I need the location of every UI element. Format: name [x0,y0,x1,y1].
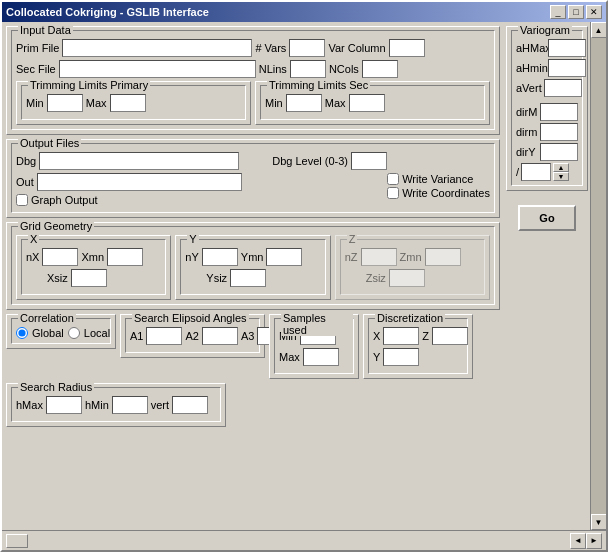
zsiz-label: Zsiz [366,272,386,284]
dirm-label: dirM [516,106,538,118]
diry-label: dirY [516,146,538,158]
a2-label: A2 [185,330,198,342]
prim-file-input[interactable] [62,39,252,57]
local-radio[interactable] [68,327,80,339]
ncols-input[interactable] [362,60,398,78]
bottom-row: Correlation Global Local Search Elipsoid… [6,314,500,379]
ahmin-label: aHmin [516,62,546,74]
samples-max-input[interactable] [303,348,339,366]
go-button[interactable]: Go [518,205,576,231]
trim-primary-inner: Trimming Limits Primary Min Max [21,85,246,120]
prim-file-row: Prim File # Vars Var Column [16,39,490,57]
zsiz-input[interactable] [389,269,425,287]
scroll-up-button[interactable]: ▲ [591,22,607,38]
ahmax-input[interactable] [548,39,586,57]
dbg-level-input[interactable] [351,152,387,170]
graph-output-row: Graph Output [16,194,353,206]
y-axis-group: Y nY Ymn Ysiz [175,235,330,300]
ymn-input[interactable] [266,248,302,266]
search-radius-section: Search Radius hMax hMin vert [6,383,500,427]
ny-input[interactable] [202,248,238,266]
vert-input[interactable] [172,396,208,414]
discr-z-input[interactable] [432,327,468,345]
discretization-inner: Discretization X Z Y [368,318,468,374]
graph-output-checkbox[interactable] [16,194,28,206]
discr-y-input[interactable] [383,348,419,366]
zmn-input[interactable] [425,248,461,266]
dirm2-input[interactable] [540,123,578,141]
nlins-input[interactable] [290,60,326,78]
a2-input[interactable] [202,327,238,345]
nx-input[interactable] [42,248,78,266]
trimming-row: Trimming Limits Primary Min Max [16,81,490,125]
var-column-input[interactable] [389,39,425,57]
z-axis-label: Z [347,233,358,245]
write-variance-checkbox[interactable] [387,173,399,185]
global-radio[interactable] [16,327,28,339]
main-content-area: Input Data Prim File # Vars Var Column S… [2,22,504,530]
maximize-button[interactable]: □ [568,5,584,19]
search-radius-group: Search Radius hMax hMin vert [6,383,226,427]
grid-geometry-inner: Grid Geometry X nX Xmn [11,226,495,305]
spinner-control: ▲ ▼ [553,163,569,181]
trim-prim-min-input[interactable] [47,94,83,112]
dirm2-row: dirm [516,123,578,141]
out-row-container: Out Graph Output Write Variance [16,173,490,208]
ahmin-row: aHmin [516,59,578,77]
sec-file-input[interactable] [59,60,256,78]
avert-row: aVert [516,79,578,97]
go-container: Go [506,201,588,235]
spinner-up[interactable]: ▲ [553,163,569,172]
correlation-group: Correlation Global Local [6,314,116,349]
close-button[interactable]: ✕ [586,5,602,19]
ahmax-row: aHMax [516,39,578,57]
avert-input[interactable] [544,79,582,97]
h-scroll-right[interactable]: ► [586,533,602,549]
z-axis-group: Z nZ Zmn Zsiz [335,235,490,300]
zmn-label: Zmn [400,251,422,263]
correlation-options: Global Local [16,327,106,339]
a1-input[interactable] [146,327,182,345]
h-scroll-left[interactable]: ◄ [570,533,586,549]
hmin-input[interactable] [112,396,148,414]
trim-sec-min-input[interactable] [286,94,322,112]
trim-prim-max-label: Max [86,97,107,109]
avert-label: aVert [516,82,542,94]
search-radius-inner: Search Radius hMax hMin vert [11,387,221,422]
xsiz-input[interactable] [71,269,107,287]
zsiz-row: Zsiz [345,269,480,287]
grid-axes-row: X nX Xmn Xsiz [16,235,490,300]
nx-label: nX [26,251,39,263]
trim-prim-max-input[interactable] [110,94,146,112]
nlins-label: NLins [259,63,287,75]
hmax-input[interactable] [46,396,82,414]
discr-x-input[interactable] [383,327,419,345]
dirm-input[interactable] [540,103,578,121]
y-axis-inner: Y nY Ymn Ysiz [180,239,325,295]
scroll-track[interactable] [591,38,607,514]
spinner-down[interactable]: ▼ [553,172,569,181]
diry-input[interactable] [540,143,578,161]
spinner-input[interactable] [521,163,551,181]
ysiz-input[interactable] [230,269,266,287]
trim-primary-label: Trimming Limits Primary [28,79,150,91]
nz-label: nZ [345,251,358,263]
vertical-scrollbar: ▲ ▼ [590,22,606,530]
correlation-inner: Correlation Global Local [11,318,111,344]
ahmin-input[interactable] [548,59,586,77]
trim-sec-max-input[interactable] [349,94,385,112]
scroll-down-button[interactable]: ▼ [591,514,607,530]
nz-input[interactable] [361,248,397,266]
xmn-input[interactable] [107,248,143,266]
dbg-input[interactable] [39,152,239,170]
write-coords-checkbox[interactable] [387,187,399,199]
search-radius-label: Search Radius [18,381,94,393]
minimize-button[interactable]: _ [550,5,566,19]
trim-sec-max-label: Max [325,97,346,109]
trim-primary-group: Trimming Limits Primary Min Max [16,81,251,125]
write-variance-row: Write Variance [387,173,490,185]
dirm2-label: dirm [516,126,538,138]
nvars-input[interactable] [289,39,325,57]
out-input[interactable] [37,173,242,191]
a1-label: A1 [130,330,143,342]
